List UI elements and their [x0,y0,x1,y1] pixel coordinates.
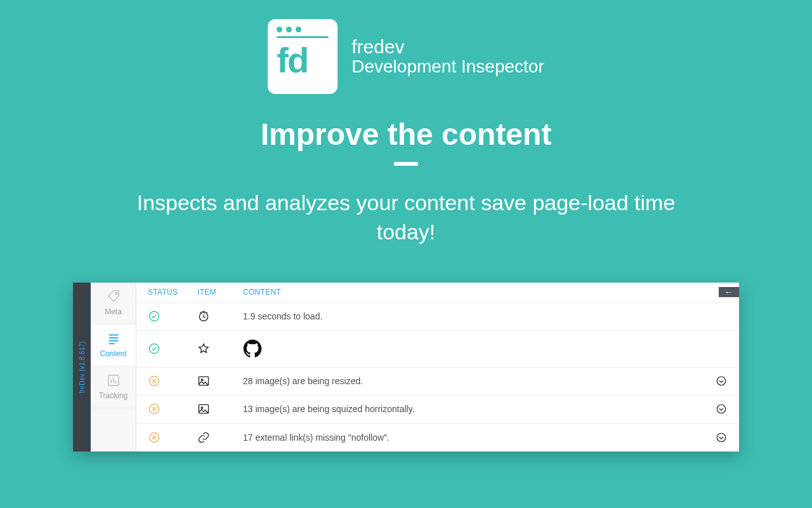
panel-main: STATUS ITEM CONTENT ← 1.9 seconds to loa… [136,283,739,451]
logo-dots-icon [277,27,329,32]
sidebar-item-label: Content [100,349,126,358]
brand-logo: fd [268,19,337,94]
sidebar-item-tracking[interactable]: Tracking [91,366,136,408]
status-warn-icon [148,431,160,444]
row-content: 13 image(s) are being squized horrizonta… [243,404,704,414]
table-row: 17 external link(s) missing "nofollow". [136,424,739,451]
header-item: ITEM [197,288,243,297]
brand-name: fredev [351,36,544,57]
barchart-icon [107,373,121,387]
image-icon [197,375,210,387]
svg-point-11 [150,344,159,354]
svg-point-15 [717,377,726,386]
header-content: CONTENT [243,288,719,297]
svg-point-0 [115,293,117,295]
collapse-button[interactable]: ← [719,287,739,297]
lines-icon [107,331,121,345]
link-icon [197,431,210,444]
headline-divider [394,162,418,166]
table-row: 13 image(s) are being squized horrizonta… [136,396,739,424]
sidebar-item-meta[interactable]: Meta [91,283,136,324]
table-row: 1.9 seconds to load. [136,303,739,331]
status-warn-icon [148,403,160,415]
brand-text: fredev Development Insepector [351,36,544,77]
svg-point-9 [150,312,159,321]
table-row [136,331,739,368]
image-icon [197,403,210,415]
panel-version-bar: freDev (v1.8.617) [73,283,91,451]
table-row: 28 image(s) are being resized. [136,368,739,396]
subheadline: Inspects and analyzes your content save … [114,189,698,247]
logo-line-icon [277,36,329,38]
sidebar-item-content[interactable]: Content [91,324,136,366]
chevron-down-icon[interactable] [716,375,727,387]
brand-header: fd fredev Development Insepector [268,19,544,94]
tag-icon [107,290,121,304]
sidebar-item-label: Meta [105,307,122,316]
svg-point-14 [201,379,203,381]
panel-header-row: STATUS ITEM CONTENT ← [136,283,739,303]
chevron-down-icon[interactable] [716,403,727,415]
row-content: 1.9 seconds to load. [243,311,704,321]
svg-point-18 [201,407,203,409]
inspector-panel: freDev (v1.8.617) Meta Content Tracking … [73,283,739,451]
arrow-left-icon: ← [724,287,733,297]
chevron-down-icon[interactable] [716,432,727,443]
row-content: 28 image(s) are being resized. [243,376,704,386]
header-status: STATUS [148,288,197,297]
clock-icon [197,310,210,323]
row-content: 17 external link(s) missing "nofollow". [243,432,704,443]
status-ok-icon [148,342,160,355]
status-warn-icon [148,375,160,387]
logo-text: fd [277,43,329,77]
sidebar-item-label: Tracking [99,391,128,400]
svg-point-19 [717,405,726,414]
github-icon[interactable] [243,339,262,358]
panel-sidebar: Meta Content Tracking [91,283,136,451]
status-ok-icon [148,310,160,323]
headline: Improve the content [261,117,552,152]
svg-point-21 [717,433,726,442]
brand-subtitle: Development Insepector [351,57,544,77]
version-label: freDev (v1.8.617) [79,341,86,393]
star-icon [197,342,210,355]
